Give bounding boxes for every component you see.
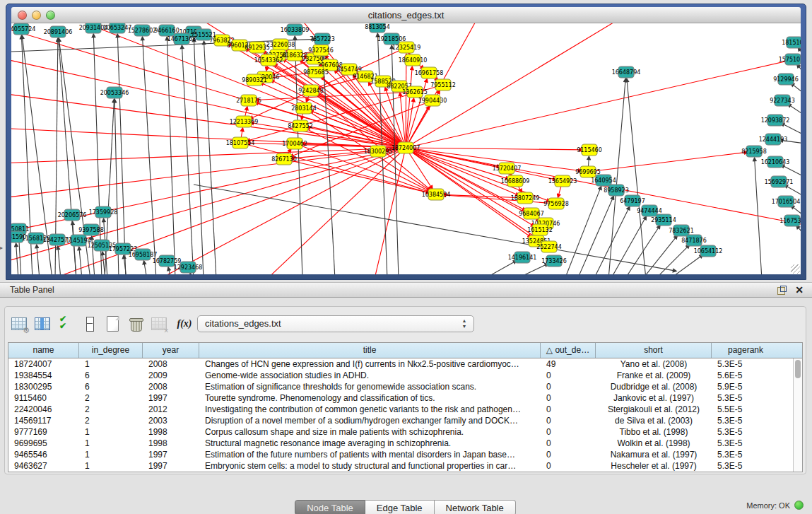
cell-out_degree: 0: [541, 426, 596, 438]
graph-node-label: 9466160: [154, 28, 180, 34]
cell-out_degree: 0: [541, 404, 596, 415]
column-header-pagerank[interactable]: pagerank: [712, 343, 779, 358]
column-header-year[interactable]: year: [143, 343, 199, 358]
cell-short: Yano et al. (2008): [596, 358, 712, 370]
table-columns-icon[interactable]: [34, 315, 52, 333]
graph-node-label: 16648794: [612, 69, 641, 76]
table-row[interactable]: 969969511998Structural magnetic resonanc…: [8, 438, 793, 449]
panel-collapse-handle[interactable]: ▸: [0, 243, 6, 252]
table-settings-icon[interactable]: [11, 315, 28, 333]
cell-name: 14569117: [8, 415, 79, 426]
graph-node-label: 17016504: [772, 199, 801, 205]
cell-out_degree: 0: [541, 449, 596, 460]
column-header-in_degree[interactable]: in_degree: [79, 343, 143, 358]
cell-in_degree: 1: [79, 460, 143, 472]
table-row[interactable]: 1872400712008Changes of HCN gene express…: [8, 358, 793, 370]
fx-icon[interactable]: f(x): [174, 315, 195, 333]
table-scrollbar[interactable]: [793, 358, 802, 472]
graph-node-label: 16958187: [129, 252, 158, 258]
column-header-short[interactable]: short: [596, 343, 712, 358]
graph-node-label: 18640910: [399, 57, 428, 64]
table-row[interactable]: 1456911722003Disruption of a novel membe…: [8, 415, 793, 426]
cell-name: 18724007: [8, 358, 79, 370]
node-layer: 1872400779638228960128891293523226038932…: [11, 23, 801, 273]
table-row[interactable]: 1830029562008Estimation of significance …: [8, 381, 793, 392]
cell-out_degree: 0: [541, 392, 596, 404]
memory-status-indicator: [794, 501, 804, 510]
table-row[interactable]: 946554611997Estimation of the future num…: [8, 449, 793, 460]
graph-node-label: 20206576: [58, 212, 87, 218]
window-resize-grip[interactable]: [791, 264, 800, 274]
cell-title: Corpus callosum shape and size in male p…: [199, 426, 541, 438]
delete-table-icon[interactable]: [151, 315, 168, 333]
graph-node-label: 9242848: [298, 88, 324, 94]
new-document-icon[interactable]: [104, 315, 122, 333]
window-titlebar[interactable]: citations_edges.txt: [11, 7, 801, 23]
graph-node-label: 7832621: [669, 228, 694, 234]
cell-title: Disruption of a novel member of a sodium…: [199, 415, 541, 426]
graph-node-label: 15692971: [765, 179, 794, 185]
cell-pagerank: 5.3E-5: [712, 438, 779, 449]
graph-node-label: 19904430: [418, 98, 447, 104]
graph-node-label: 1640954: [591, 177, 616, 184]
cell-pagerank: 5.9E-5: [712, 381, 779, 392]
tab-node-table[interactable]: Node Table: [295, 500, 365, 514]
graph-node-label: 2935114: [651, 217, 676, 223]
table-row[interactable]: 946362711997Embryonic stem cells: a mode…: [8, 460, 793, 472]
float-panel-icon[interactable]: [777, 286, 787, 295]
cell-title: Estimation of the future numbers of pati…: [199, 449, 541, 460]
cell-pagerank: 5.3E-5: [712, 449, 779, 460]
cell-pagerank: 5.3E-5: [712, 392, 779, 404]
table-row[interactable]: 977716911998Corpus callosum shape and si…: [8, 426, 793, 438]
column-header-name[interactable]: name: [8, 343, 79, 358]
tab-edge-table[interactable]: Edge Table: [365, 500, 435, 514]
graph-node-label: 7955112: [430, 82, 456, 88]
graph-node-label: 9756928: [543, 201, 569, 207]
trash-icon[interactable]: [127, 315, 145, 333]
table-row[interactable]: 2242004622012Investigating the contribut…: [8, 404, 793, 415]
graph-node-label: 12325419: [392, 45, 421, 51]
graph-node-label: 18300295: [364, 148, 393, 155]
cell-name: 22420046: [8, 404, 79, 415]
table-selector-dropdown[interactable]: citations_edges.txt ▲▼: [197, 315, 474, 332]
graph-node-label: 1815104: [782, 40, 801, 46]
table-scrollbar-thumb[interactable]: [795, 360, 801, 378]
graph-node-label: 8958923: [604, 187, 629, 194]
cell-year: 2012: [143, 404, 199, 415]
graph-node-label: 1733426: [541, 258, 567, 264]
select-rows-icon[interactable]: [57, 315, 75, 333]
cell-name: 18300295: [8, 381, 79, 392]
status-bar: Memory: OK: [746, 501, 804, 510]
graph-node-label: 17359928: [89, 209, 118, 216]
cell-title: Embryonic stem cells: a model to study s…: [199, 460, 541, 472]
cell-short: Jankovic et al. (1997): [596, 392, 712, 404]
table-row[interactable]: 911546021997Tourette syndrome. Phenomeno…: [8, 392, 793, 404]
cell-in_degree: 2: [79, 415, 143, 426]
memory-status-label: Memory: OK: [746, 501, 790, 510]
node-table: namein_degreeyeartitle△ out_de…shortpage…: [8, 342, 803, 472]
cell-short: Nakamura et al. (1997): [596, 449, 712, 460]
cell-in_degree: 1: [79, 426, 143, 438]
network-canvas[interactable]: 1872400779638228960128891293523226038932…: [11, 23, 801, 274]
cell-year: 1998: [143, 426, 199, 438]
graph-node-label: 9327546: [308, 47, 334, 54]
graph-node-label: 13654923: [548, 178, 577, 185]
close-panel-icon[interactable]: ✕: [795, 285, 804, 295]
cell-year: 2008: [143, 358, 199, 370]
graph-node-label: 12444193: [759, 136, 788, 143]
cell-pagerank: 5.3E-5: [712, 460, 779, 472]
table-panel-header: Table Panel ✕: [0, 282, 812, 298]
cell-out_degree: 0: [541, 370, 596, 381]
graph-node-label: 16033809: [281, 27, 310, 33]
table-header-row: namein_degreeyeartitle△ out_de…shortpage…: [8, 343, 802, 358]
graph-node-label: 9115460: [577, 147, 602, 153]
column-header-out_degree[interactable]: △ out_de…: [541, 343, 596, 358]
table-row[interactable]: 1938455462009Genome-wide association stu…: [8, 370, 793, 381]
rows-icon[interactable]: [81, 315, 98, 333]
cell-in_degree: 2: [79, 392, 143, 404]
graph-node-label: 1167531: [779, 218, 801, 224]
graph-node-label: 16543362: [254, 57, 283, 64]
column-header-title[interactable]: title: [199, 343, 541, 358]
cell-title: Structural magnetic resonance image aver…: [199, 438, 541, 449]
tab-network-table[interactable]: Network Table: [435, 500, 516, 514]
